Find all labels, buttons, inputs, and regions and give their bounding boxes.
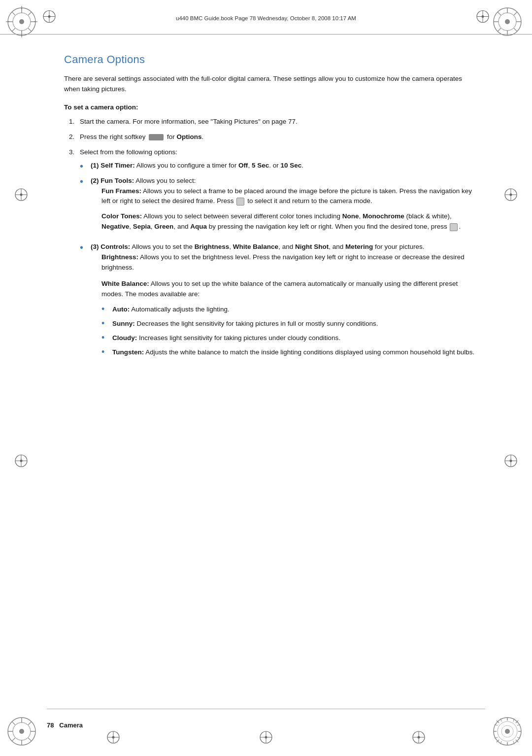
svg-point-61 xyxy=(418,736,420,739)
step-2-num: 2. xyxy=(69,132,80,142)
sub-bullet-dot-auto: • xyxy=(101,305,108,314)
wb-cloudy-content: Cloudy: Increases light sensitivity for … xyxy=(112,333,478,344)
bullet-dot-3: • xyxy=(80,242,87,252)
wb-auto: • Auto: Automatically adjusts the lighti… xyxy=(101,305,478,315)
option-self-timer: • (1) Self Timer: Allows you to configur… xyxy=(80,161,478,171)
page-wrapper: u440 BMC Guide.book Page 78 Wednesday, O… xyxy=(0,0,532,756)
step-1: 1. Start the camera. For more informatio… xyxy=(69,117,478,127)
svg-line-71 xyxy=(28,722,32,725)
steps-list: 1. Start the camera. For more informatio… xyxy=(64,117,478,368)
svg-point-49 xyxy=(510,460,512,462)
sub-bullet-dot-tungsten: • xyxy=(101,347,108,357)
wb-tungsten: • Tungsten: Adjusts the white balance to… xyxy=(101,347,478,358)
header-cross-left xyxy=(42,9,57,25)
bottom-divider xyxy=(47,709,485,709)
nav-button-icon-2 xyxy=(450,223,458,231)
step-1-content: Start the camera. For more information, … xyxy=(80,117,478,127)
bullet-dot-1: • xyxy=(80,161,87,171)
intro-text: There are several settings associated wi… xyxy=(64,74,478,95)
page-title: Camera Options xyxy=(64,53,478,66)
step-2: 2. Press the right softkey for Options. xyxy=(69,132,478,142)
svg-point-41 xyxy=(20,460,23,462)
softkey-icon xyxy=(149,134,164,140)
footer-text: 78 Camera xyxy=(47,722,83,729)
bottom-left-reg xyxy=(106,730,121,746)
wb-sunny: • Sunny: Decreases the light sensitivity… xyxy=(101,319,478,329)
svg-point-64 xyxy=(19,729,24,734)
svg-point-76 xyxy=(505,729,510,734)
svg-point-45 xyxy=(510,194,512,196)
svg-point-29 xyxy=(48,15,51,18)
svg-point-57 xyxy=(112,736,115,739)
bullet-dot-2: • xyxy=(80,176,87,186)
margin-cross-left-1 xyxy=(14,187,29,204)
step-2-content: Press the right softkey for Options. xyxy=(80,132,478,142)
corner-decoration-br xyxy=(492,716,526,750)
svg-line-70 xyxy=(28,738,32,741)
wb-cloudy: • Cloudy: Increases light sensitivity fo… xyxy=(101,333,478,344)
margin-cross-left-2 xyxy=(14,453,29,470)
header-text: u440 BMC Guide.book Page 78 Wednesday, O… xyxy=(176,15,356,21)
sub-bullet-dot-sunny: • xyxy=(101,319,108,329)
step-1-num: 1. xyxy=(69,117,80,127)
option-self-timer-content: (1) Self Timer: Allows you to configure … xyxy=(91,161,478,171)
svg-line-69 xyxy=(12,722,15,725)
option-controls: • (3) Controls: Allows you to set the Br… xyxy=(80,242,478,362)
step-3: 3. Select from the following options: • … xyxy=(69,147,478,368)
white-balance-list: • Auto: Automatically adjusts the lighti… xyxy=(101,305,478,358)
svg-point-33 xyxy=(482,15,484,18)
footer-section: Camera xyxy=(59,722,83,729)
svg-point-37 xyxy=(20,194,23,196)
corner-decoration-bl xyxy=(6,716,40,750)
header-bar: u440 BMC Guide.book Page 78 Wednesday, O… xyxy=(0,0,532,34)
wb-auto-content: Auto: Automatically adjusts the lighting… xyxy=(112,305,478,315)
footer-page-num: 78 xyxy=(47,722,54,729)
nav-button-icon-1 xyxy=(236,198,244,206)
margin-cross-right-2 xyxy=(503,453,518,470)
bottom-right-reg xyxy=(411,730,426,746)
margin-cross-right-1 xyxy=(503,187,518,204)
header-cross-right xyxy=(475,9,490,25)
fun-frames-block: Fun Frames: Allows you to select a frame… xyxy=(91,186,478,233)
step-3-num: 3. xyxy=(69,147,80,158)
section-heading: To set a camera option: xyxy=(64,103,478,111)
wb-sunny-content: Sunny: Decreases the light sensitivity f… xyxy=(112,319,478,329)
controls-block: Brightness: Allows you to set the bright… xyxy=(91,252,478,357)
sub-bullet-dot-cloudy: • xyxy=(101,333,108,343)
option-fun-tools: • (2) Fun Tools: Allows you to select: F… xyxy=(80,176,478,238)
bottom-center-reg xyxy=(259,730,273,746)
option-fun-tools-content: (2) Fun Tools: Allows you to select: Fun… xyxy=(91,176,478,238)
content-area: Camera Options There are several setting… xyxy=(0,34,532,402)
options-list: • (1) Self Timer: Allows you to configur… xyxy=(80,161,478,363)
step-3-content: Select from the following options: • (1)… xyxy=(80,147,478,368)
svg-point-53 xyxy=(265,736,267,739)
footer-area: 78 Camera xyxy=(47,722,485,729)
svg-line-72 xyxy=(12,738,15,741)
wb-tungsten-content: Tungsten: Adjusts the white balance to m… xyxy=(112,347,478,358)
option-controls-content: (3) Controls: Allows you to set the Brig… xyxy=(91,242,478,362)
